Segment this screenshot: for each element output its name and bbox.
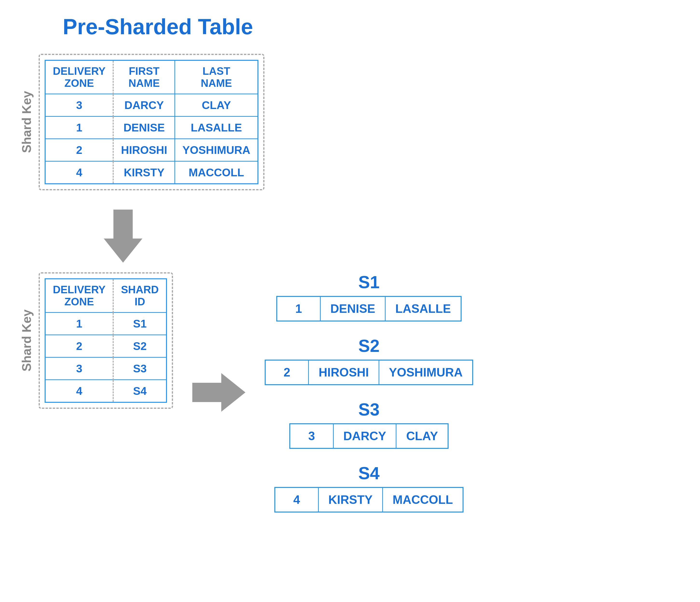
shard-cell-zone: 2 xyxy=(265,360,309,385)
cell-shard: S2 xyxy=(113,335,166,358)
cell-zone: 1 xyxy=(45,313,113,335)
shard-S4: S4 4 KIRSTY MACCOLL xyxy=(265,463,473,513)
cell-zone: 1 xyxy=(45,116,113,139)
shard-S3: S3 3 DARCY CLAY xyxy=(265,400,473,449)
shard-S2: S2 2 HIROSHI YOSHIMURA xyxy=(265,336,473,385)
arrow-right xyxy=(192,373,245,412)
shard-S1: S1 1 DENISE LASALLE xyxy=(265,272,473,321)
cell-last: CLAY xyxy=(175,94,258,116)
shard-cell-last: YOSHIMURA xyxy=(379,360,473,385)
shard-title-S3: S3 xyxy=(358,400,379,419)
col-delivery-zone-2: DELIVERYZONE xyxy=(45,279,113,313)
shards-container: S1 1 DENISE LASALLE S2 2 HIROSHI YOSHIMU… xyxy=(265,272,473,513)
col-first-name: FIRSTNAME xyxy=(113,60,175,94)
cell-last: YOSHIMURA xyxy=(175,139,258,161)
shard-table-S4: 4 KIRSTY MACCOLL xyxy=(274,487,464,513)
top-section: Shard Key DELIVERYZONE FIRSTNAME LASTNAM… xyxy=(19,54,681,190)
shard-table-S2: 2 HIROSHI YOSHIMURA xyxy=(265,360,473,385)
table-row: 3 DARCY CLAY xyxy=(45,94,258,116)
arrow-head xyxy=(104,238,142,263)
shard-table-S1: 1 DENISE LASALLE xyxy=(276,296,461,321)
shard-row: 3 DARCY CLAY xyxy=(290,424,448,448)
cell-shard: S1 xyxy=(113,313,166,335)
cell-last: LASALLE xyxy=(175,116,258,139)
cell-first: DARCY xyxy=(113,94,175,116)
cell-shard: S3 xyxy=(113,358,166,380)
col-shard-id: SHARDID xyxy=(113,279,166,313)
shard-cell-first: KIRSTY xyxy=(318,488,382,512)
table-header-row: DELIVERYZONE FIRSTNAME LASTNAME xyxy=(45,60,258,94)
arrow-right-container xyxy=(192,373,245,412)
table-row: 2 HIROSHI YOSHIMURA xyxy=(45,139,258,161)
cell-zone: 4 xyxy=(45,380,113,402)
shard-cell-last: LASALLE xyxy=(385,296,461,321)
shard-cell-zone: 3 xyxy=(290,424,333,448)
table-row: 1 S1 xyxy=(45,313,167,335)
shard-cell-last: CLAY xyxy=(396,424,448,448)
bottom-left: Shard Key DELIVERYZONE SHARDID 1 S1 2 S2… xyxy=(19,272,173,409)
page-title: Pre-Sharded Table xyxy=(63,15,681,39)
arrow-right-head xyxy=(221,373,245,412)
table-row: 4 KIRSTY MACCOLL xyxy=(45,161,258,184)
shard-mapping-table: DELIVERYZONE SHARDID 1 S1 2 S2 3 S3 4 S4 xyxy=(45,278,167,403)
cell-last: MACCOLL xyxy=(175,161,258,184)
shard-row: 4 KIRSTY MACCOLL xyxy=(275,488,463,512)
table-row: 4 S4 xyxy=(45,380,167,402)
cell-first: KIRSTY xyxy=(113,161,175,184)
shard-cell-zone: 4 xyxy=(275,488,318,512)
arrow-down-container xyxy=(63,210,183,263)
cell-first: HIROSHI xyxy=(113,139,175,161)
cell-shard: S4 xyxy=(113,380,166,402)
cell-zone: 3 xyxy=(45,358,113,380)
shard-key-label-bottom: Shard Key xyxy=(19,310,34,371)
col-delivery-zone: DELIVERYZONE xyxy=(45,60,113,94)
shard-cell-first: DENISE xyxy=(320,296,385,321)
shard-title-S1: S1 xyxy=(358,272,379,292)
bottom-section: Shard Key DELIVERYZONE SHARDID 1 S1 2 S2… xyxy=(19,272,681,513)
shard-title-S4: S4 xyxy=(358,463,379,483)
arrow-down xyxy=(104,210,142,263)
pre-sharded-table: DELIVERYZONE FIRSTNAME LASTNAME 3 DARCY … xyxy=(45,60,258,184)
shard-title-S2: S2 xyxy=(358,336,379,356)
cell-zone: 4 xyxy=(45,161,113,184)
shard-row: 1 DENISE LASALLE xyxy=(277,296,461,321)
cell-zone: 2 xyxy=(45,335,113,358)
table-row: 3 S3 xyxy=(45,358,167,380)
shard-key-label-top: Shard Key xyxy=(19,91,34,153)
page-container: Pre-Sharded Table Shard Key DELIVERYZONE… xyxy=(0,0,700,602)
shard-cell-first: HIROSHI xyxy=(309,360,379,385)
bottom-dashed-box: DELIVERYZONE SHARDID 1 S1 2 S2 3 S3 4 S4 xyxy=(39,272,173,409)
cell-zone: 2 xyxy=(45,139,113,161)
cell-first: DENISE xyxy=(113,116,175,139)
bottom-header-row: DELIVERYZONE SHARDID xyxy=(45,279,167,313)
col-last-name: LASTNAME xyxy=(175,60,258,94)
shard-row: 2 HIROSHI YOSHIMURA xyxy=(265,360,473,385)
shard-cell-zone: 1 xyxy=(277,296,320,321)
shard-cell-last: MACCOLL xyxy=(383,488,463,512)
table-row: 1 DENISE LASALLE xyxy=(45,116,258,139)
arrow-right-stem xyxy=(192,383,221,402)
shard-table-S3: 3 DARCY CLAY xyxy=(289,423,449,449)
arrow-stem xyxy=(114,210,133,238)
shard-cell-first: DARCY xyxy=(333,424,396,448)
cell-zone: 3 xyxy=(45,94,113,116)
top-dashed-box: DELIVERYZONE FIRSTNAME LASTNAME 3 DARCY … xyxy=(39,54,265,190)
table-row: 2 S2 xyxy=(45,335,167,358)
